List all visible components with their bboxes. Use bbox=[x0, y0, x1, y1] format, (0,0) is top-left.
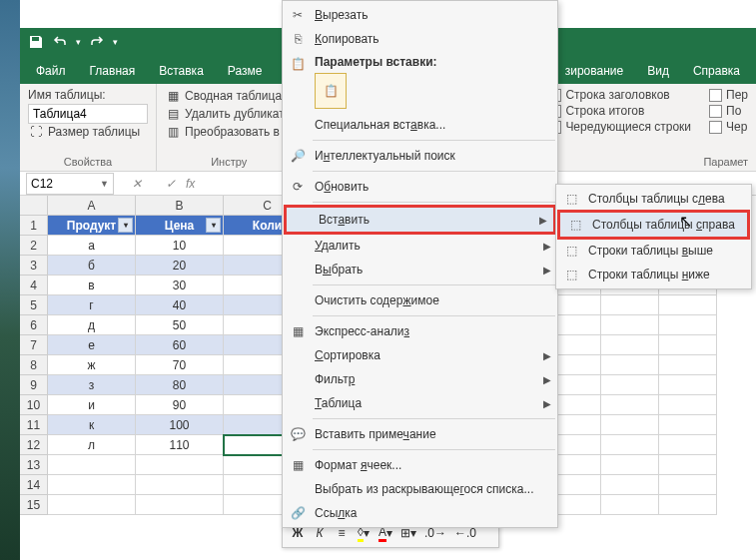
tab-file[interactable]: Файл bbox=[24, 58, 78, 84]
cell[interactable] bbox=[601, 475, 659, 495]
menu-select[interactable]: Выбрать▶ bbox=[283, 258, 557, 281]
menu-link[interactable]: 🔗Ссылка bbox=[283, 501, 557, 525]
cell[interactable]: 110 bbox=[136, 435, 224, 455]
row-header[interactable]: 14 bbox=[20, 475, 48, 495]
cell[interactable] bbox=[659, 475, 717, 495]
menu-quick-analysis[interactable]: ▦Экспресс-анализ bbox=[283, 319, 557, 343]
cell[interactable] bbox=[659, 455, 717, 475]
cell[interactable]: а bbox=[48, 236, 136, 256]
cell[interactable] bbox=[136, 495, 224, 515]
qat-customize-icon[interactable]: ▾ bbox=[113, 37, 118, 47]
cell[interactable] bbox=[659, 415, 717, 435]
cell[interactable] bbox=[659, 355, 717, 375]
paste-default-button[interactable]: 📋 bbox=[315, 73, 347, 109]
cell[interactable] bbox=[601, 415, 659, 435]
menu-clear-contents[interactable]: Очистить содержимое bbox=[283, 288, 557, 312]
name-box[interactable]: C12▼ bbox=[26, 173, 114, 195]
banded-rows-checkbox[interactable]: Чередующиеся строки bbox=[548, 120, 691, 134]
cell[interactable]: 20 bbox=[136, 256, 224, 276]
menu-pick-from-list[interactable]: Выбрать из раскрывающегося списка... bbox=[283, 477, 557, 501]
submenu-cols-right[interactable]: ⬚Столбцы таблицы справа bbox=[560, 213, 747, 237]
row-header[interactable]: 15 bbox=[20, 495, 48, 515]
cell[interactable] bbox=[659, 315, 717, 335]
cell[interactable]: 70 bbox=[136, 355, 224, 375]
convert-range-button[interactable]: ▥Преобразовать в bbox=[165, 124, 293, 140]
undo-dropdown-icon[interactable]: ▾ bbox=[76, 37, 81, 47]
last-col-checkbox[interactable]: По bbox=[709, 104, 748, 118]
cell[interactable]: и bbox=[48, 395, 136, 415]
formula-enter-button[interactable]: ✓ bbox=[160, 173, 182, 195]
cell[interactable] bbox=[136, 455, 224, 475]
cell[interactable] bbox=[48, 475, 136, 495]
submenu-rows-below[interactable]: ⬚Строки таблицы ниже bbox=[556, 263, 751, 286]
cell[interactable]: л bbox=[48, 435, 136, 455]
tab-review[interactable]: зирование bbox=[553, 58, 635, 84]
cell[interactable]: 60 bbox=[136, 335, 224, 355]
first-col-checkbox[interactable]: Пер bbox=[709, 88, 748, 102]
menu-refresh[interactable]: ⟳Обновить bbox=[283, 175, 557, 199]
row-header[interactable]: 4 bbox=[20, 276, 48, 295]
cell[interactable]: д bbox=[48, 315, 136, 335]
header-row-checkbox[interactable]: Строка заголовков bbox=[548, 88, 691, 102]
row-header[interactable]: 13 bbox=[20, 455, 48, 475]
row-header[interactable]: 6 bbox=[20, 315, 48, 335]
cell[interactable] bbox=[601, 455, 659, 475]
tab-layout[interactable]: Разме bbox=[216, 58, 275, 84]
cell[interactable] bbox=[601, 395, 659, 415]
cell[interactable] bbox=[601, 375, 659, 395]
banded-cols-checkbox[interactable]: Чер bbox=[709, 120, 748, 134]
column-header[interactable]: A bbox=[48, 196, 136, 216]
menu-table[interactable]: Таблица▶ bbox=[283, 391, 557, 415]
menu-smart-lookup[interactable]: 🔎Интеллектуальный поиск bbox=[283, 144, 557, 168]
row-header[interactable]: 1 bbox=[20, 216, 48, 236]
menu-copy[interactable]: ⎘Копировать bbox=[283, 27, 557, 51]
row-header[interactable]: 2 bbox=[20, 236, 48, 256]
menu-delete[interactable]: Удалить▶ bbox=[283, 234, 557, 258]
tab-view[interactable]: Вид bbox=[635, 58, 681, 84]
cell[interactable] bbox=[659, 295, 717, 315]
menu-paste-special[interactable]: Специальная вставка... bbox=[283, 113, 557, 137]
cell[interactable] bbox=[601, 495, 659, 515]
total-row-checkbox[interactable]: Строка итогов bbox=[548, 104, 691, 118]
submenu-cols-left[interactable]: ⬚Столбцы таблицы слева bbox=[556, 187, 751, 211]
remove-duplicates-button[interactable]: ▤Удалить дубликаты bbox=[165, 106, 293, 122]
column-header[interactable]: B bbox=[136, 196, 224, 216]
cell[interactable]: е bbox=[48, 335, 136, 355]
table-header-cell[interactable]: Цена▾ bbox=[136, 216, 224, 236]
tab-help[interactable]: Справка bbox=[681, 58, 752, 84]
row-header[interactable]: 3 bbox=[20, 256, 48, 276]
cell[interactable] bbox=[601, 295, 659, 315]
undo-icon[interactable] bbox=[52, 34, 68, 50]
menu-format-cells[interactable]: ▦Формат ячеек... bbox=[283, 453, 557, 477]
fx-icon[interactable]: fx bbox=[186, 177, 195, 191]
table-header-cell[interactable]: Продукт▾ bbox=[48, 216, 136, 236]
redo-icon[interactable] bbox=[89, 34, 105, 50]
menu-cut[interactable]: ✂Вырезать bbox=[283, 3, 557, 27]
cell[interactable]: 90 bbox=[136, 395, 224, 415]
cell[interactable]: б bbox=[48, 256, 136, 276]
cell[interactable] bbox=[659, 375, 717, 395]
table-name-input[interactable] bbox=[28, 104, 148, 124]
cell[interactable]: 80 bbox=[136, 375, 224, 395]
tab-home[interactable]: Главная bbox=[78, 58, 148, 84]
save-icon[interactable] bbox=[28, 34, 44, 50]
pivot-button[interactable]: ▦Сводная таблица bbox=[165, 88, 293, 104]
cell[interactable]: к bbox=[48, 415, 136, 435]
row-header[interactable]: 8 bbox=[20, 355, 48, 375]
cell[interactable]: 10 bbox=[136, 236, 224, 256]
menu-insert-comment[interactable]: 💬Вставить примечание bbox=[283, 422, 557, 446]
filter-button-icon[interactable]: ▾ bbox=[118, 218, 133, 233]
filter-button-icon[interactable]: ▾ bbox=[206, 218, 221, 233]
cell[interactable]: в bbox=[48, 276, 136, 295]
cell[interactable]: 40 bbox=[136, 295, 224, 315]
row-header[interactable]: 11 bbox=[20, 415, 48, 435]
formula-cancel-button[interactable]: ✕ bbox=[126, 173, 148, 195]
row-header[interactable]: 12 bbox=[20, 435, 48, 455]
row-header[interactable]: 9 bbox=[20, 375, 48, 395]
row-header[interactable]: 7 bbox=[20, 335, 48, 355]
cell[interactable] bbox=[659, 335, 717, 355]
tab-insert[interactable]: Вставка bbox=[147, 58, 216, 84]
cell[interactable]: 100 bbox=[136, 415, 224, 435]
menu-insert[interactable]: Вставить▶ bbox=[287, 208, 553, 232]
cell[interactable]: г bbox=[48, 295, 136, 315]
